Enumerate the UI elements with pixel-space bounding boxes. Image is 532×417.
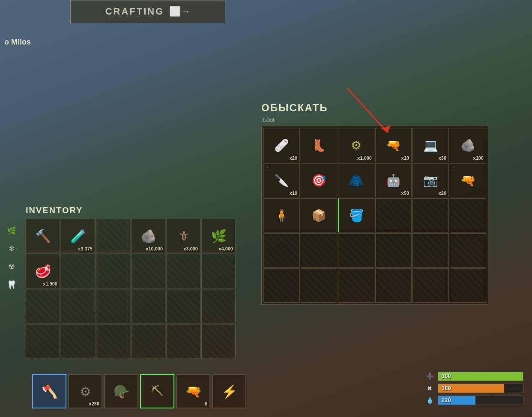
hotbar-cell-5[interactable]: ⚡ bbox=[212, 374, 246, 408]
hotbar-cell-1[interactable]: ⚙x236 bbox=[68, 374, 102, 408]
inventory-item-count-1: x9,375 bbox=[78, 246, 93, 251]
loot-cell-11[interactable]: 🔫⋮ bbox=[450, 163, 486, 197]
loot-item-icon-7: 🎯 bbox=[311, 173, 326, 188]
hotbar-item-icon-2: 🪖 bbox=[114, 384, 129, 399]
loot-cell-22[interactable] bbox=[412, 233, 449, 268]
loot-cell-29[interactable] bbox=[450, 268, 486, 303]
player-name: o Milos bbox=[4, 38, 31, 47]
loot-cell-18[interactable] bbox=[263, 233, 300, 268]
crafting-tab[interactable]: CRAFTING ⬜→ bbox=[70, 0, 225, 23]
inventory-cell-20[interactable] bbox=[96, 324, 130, 358]
loot-cell-25[interactable] bbox=[301, 268, 337, 303]
loot-cell-9[interactable]: 🤖x50 bbox=[375, 163, 412, 197]
stat-bar-row-0: ➕100 bbox=[425, 372, 523, 381]
loot-item-count-6: x10 bbox=[290, 191, 297, 196]
inventory-cell-17[interactable] bbox=[201, 289, 236, 323]
loot-cell-7[interactable]: 🎯 bbox=[301, 163, 337, 197]
inventory-cell-1[interactable]: 🧪x9,375 bbox=[61, 219, 95, 253]
inventory-cell-2[interactable] bbox=[96, 219, 130, 253]
loot-cell-26[interactable] bbox=[338, 268, 374, 303]
snow-icon: ❄ bbox=[3, 241, 20, 257]
crafting-exit-icon[interactable]: ⬜→ bbox=[169, 6, 190, 17]
loot-subtitle: Loot bbox=[261, 116, 488, 123]
inventory-item-count-4: x3,000 bbox=[183, 246, 198, 251]
thirst-icon: 💧 bbox=[425, 396, 434, 405]
hotbar-cell-4[interactable]: 🔫0 bbox=[176, 374, 210, 408]
loot-cell-0[interactable]: 🩹x20 bbox=[263, 128, 300, 162]
inventory-cell-23[interactable] bbox=[201, 324, 236, 358]
inventory-item-icon-5: 🌿 bbox=[211, 229, 227, 244]
loot-cell-dots-11: ⋮ bbox=[452, 165, 456, 170]
inventory-cell-5[interactable]: 🌿x4,000 bbox=[201, 219, 236, 253]
inventory-cell-11[interactable] bbox=[201, 254, 236, 288]
inventory-cell-19[interactable] bbox=[61, 324, 95, 358]
hotbar-item-icon-5: ⚡ bbox=[221, 384, 237, 399]
loot-cell-13[interactable]: 📦 bbox=[301, 198, 337, 232]
hotbar-cell-2[interactable]: 🪖 bbox=[104, 374, 138, 408]
plant-icon: 🌿 bbox=[3, 223, 20, 239]
loot-cell-20[interactable] bbox=[338, 233, 374, 268]
inventory-cell-22[interactable] bbox=[166, 324, 200, 358]
loot-cell-10[interactable]: 📷x20 bbox=[412, 163, 449, 197]
loot-cell-14[interactable]: 🪣 bbox=[338, 198, 374, 232]
loot-cell-2[interactable]: ⚙x1,000 bbox=[338, 128, 374, 162]
loot-item-icon-13: 📦 bbox=[311, 208, 326, 223]
bite-icon: 🦷 bbox=[3, 277, 20, 293]
inventory-cell-13[interactable] bbox=[61, 289, 95, 323]
loot-grid: 🩹x20👢⚙x1,000🔫x10💻x30🪨x100🔪⋮x10🎯🧥🤖x50📷x20… bbox=[263, 128, 486, 303]
loot-item-icon-2: ⚙ bbox=[351, 138, 362, 152]
loot-cell-19[interactable] bbox=[301, 233, 337, 268]
inventory-cell-14[interactable] bbox=[96, 289, 130, 323]
loot-cell-24[interactable] bbox=[263, 268, 300, 303]
hunger-icon: ✖ bbox=[425, 384, 434, 393]
inventory-cell-16[interactable] bbox=[166, 289, 200, 323]
inventory-cell-0[interactable]: 🔨 bbox=[26, 219, 60, 253]
inventory-grid: 🔨🧪x9,375🪨x10,000🗡x3,000🌿x4,000🥩x1,900 bbox=[26, 219, 236, 358]
loot-item-count-0: x20 bbox=[290, 155, 297, 161]
loot-cell-15[interactable] bbox=[375, 198, 412, 232]
hotbar-cell-3[interactable]: ⛏ bbox=[140, 374, 174, 408]
loot-cell-5[interactable]: 🪨x100 bbox=[450, 128, 486, 162]
inventory-cell-4[interactable]: 🗡x3,000 bbox=[166, 219, 200, 253]
loot-item-count-3: x10 bbox=[401, 155, 409, 161]
loot-item-icon-14: 🪣 bbox=[349, 208, 364, 223]
loot-cell-17[interactable] bbox=[450, 198, 486, 232]
hotbar-item-count-1: x236 bbox=[89, 401, 99, 406]
stat-bar-bg-1: 389 bbox=[438, 384, 523, 393]
loot-cell-4[interactable]: 💻x30 bbox=[412, 128, 449, 162]
loot-cell-21[interactable] bbox=[375, 233, 412, 268]
loot-item-icon-1: 👢 bbox=[311, 138, 326, 152]
inventory-cell-18[interactable] bbox=[26, 324, 60, 358]
inventory-cell-21[interactable] bbox=[131, 324, 165, 358]
inventory-title: INVENTORY bbox=[26, 206, 236, 215]
inventory-cell-12[interactable] bbox=[26, 289, 60, 323]
loot-cell-8[interactable]: 🧥 bbox=[338, 163, 374, 197]
stat-bar-row-2: 💧220 bbox=[425, 396, 523, 405]
stats-bars: ➕100✖389💧220 bbox=[425, 372, 523, 405]
inventory-cell-6[interactable]: 🥩x1,900 bbox=[26, 254, 60, 288]
loot-container: 🩹x20👢⚙x1,000🔫x10💻x30🪨x100🔪⋮x10🎯🧥🤖x50📷x20… bbox=[261, 126, 488, 305]
loot-cell-16[interactable] bbox=[412, 198, 449, 232]
inventory-cell-10[interactable] bbox=[166, 254, 200, 288]
inventory-cell-9[interactable] bbox=[131, 254, 165, 288]
loot-cell-1[interactable]: 👢 bbox=[301, 128, 337, 162]
loot-section: ОБЫСКАТЬ Loot 🩹x20👢⚙x1,000🔫x10💻x30🪨x100🔪… bbox=[261, 102, 488, 305]
loot-cell-28[interactable] bbox=[412, 268, 449, 303]
loot-item-icon-6: 🔪 bbox=[274, 173, 289, 188]
status-icons-panel: 🌿 ❄ ☢ 🦷 bbox=[3, 223, 20, 293]
loot-cell-12[interactable]: 🧍 bbox=[263, 198, 300, 232]
inventory-cell-15[interactable] bbox=[131, 289, 165, 323]
loot-cell-23[interactable] bbox=[450, 233, 486, 268]
hotbar: 🪓⚙x236🪖⛏🔫0⚡ bbox=[32, 374, 246, 408]
loot-cell-27[interactable] bbox=[375, 268, 412, 303]
loot-cell-6[interactable]: 🔪⋮x10 bbox=[263, 163, 300, 197]
stat-bar-row-1: ✖389 bbox=[425, 384, 523, 393]
loot-item-icon-10: 📷 bbox=[423, 173, 438, 188]
inventory-cell-7[interactable] bbox=[61, 254, 95, 288]
inventory-item-icon-0: 🔨 bbox=[35, 229, 51, 244]
radiation-icon: ☢ bbox=[3, 259, 20, 275]
loot-cell-3[interactable]: 🔫x10 bbox=[375, 128, 412, 162]
hotbar-cell-0[interactable]: 🪓 bbox=[32, 374, 66, 408]
inventory-cell-8[interactable] bbox=[96, 254, 130, 288]
inventory-cell-3[interactable]: 🪨x10,000 bbox=[131, 219, 165, 253]
